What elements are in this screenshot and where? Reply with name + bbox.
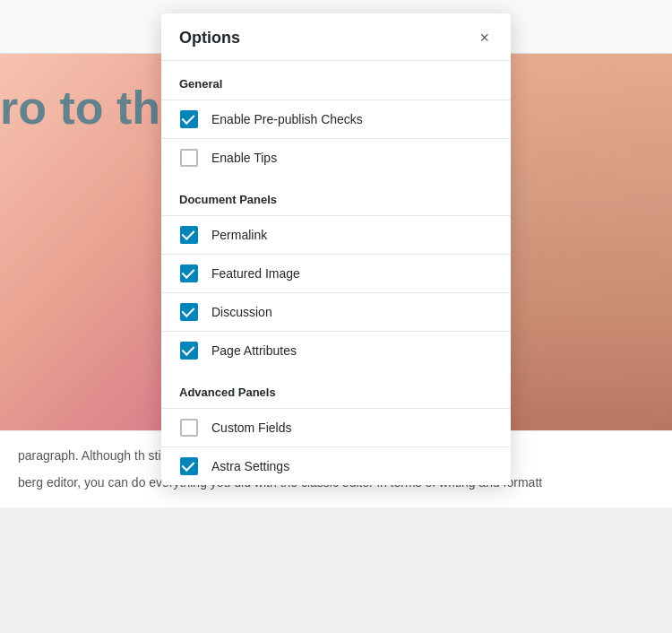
checkbox-discussion[interactable] — [180, 303, 198, 321]
checkbox-enable-tips[interactable] — [180, 149, 198, 167]
option-label-discussion[interactable]: Discussion — [211, 305, 272, 319]
option-row-enable-tips: Enable Tips — [161, 138, 511, 177]
checkbox-wrapper-enable-tips — [179, 148, 199, 168]
checkbox-astra-settings[interactable] — [180, 457, 198, 475]
section-title-advanced-panels: Advanced Panels — [161, 369, 511, 408]
checkbox-wrapper-page-attributes — [179, 341, 199, 360]
option-label-astra-settings[interactable]: Astra Settings — [211, 459, 289, 473]
checkbox-page-attributes[interactable] — [180, 342, 198, 360]
checkbox-enable-pre-publish[interactable] — [180, 110, 198, 128]
option-label-enable-tips[interactable]: Enable Tips — [211, 151, 277, 165]
option-label-page-attributes[interactable]: Page Attributes — [211, 343, 297, 358]
option-row-custom-fields: Custom Fields — [161, 408, 511, 447]
modal-header: Options × — [161, 13, 511, 61]
checkbox-wrapper-custom-fields — [179, 418, 199, 438]
option-label-permalink[interactable]: Permalink — [211, 228, 267, 242]
checkbox-wrapper-permalink — [179, 225, 199, 245]
modal-body: GeneralEnable Pre-publish ChecksEnable T… — [161, 61, 511, 485]
section-title-general: General — [161, 61, 511, 100]
option-label-enable-pre-publish[interactable]: Enable Pre-publish Checks — [211, 112, 363, 126]
modal-overlay: Options × GeneralEnable Pre-publish Chec… — [0, 0, 672, 633]
option-label-custom-fields[interactable]: Custom Fields — [211, 421, 291, 435]
checkbox-permalink[interactable] — [180, 226, 198, 244]
checkbox-custom-fields[interactable] — [180, 419, 198, 437]
checkbox-wrapper-astra-settings — [179, 456, 199, 476]
checkbox-featured-image[interactable] — [180, 264, 198, 282]
close-button[interactable]: × — [476, 28, 493, 48]
option-row-discussion: Discussion — [161, 292, 511, 331]
options-modal: Options × GeneralEnable Pre-publish Chec… — [161, 13, 511, 485]
option-label-featured-image[interactable]: Featured Image — [211, 266, 300, 281]
checkbox-wrapper-featured-image — [179, 264, 199, 283]
option-row-permalink: Permalink — [161, 215, 511, 254]
modal-title: Options — [179, 29, 240, 48]
option-row-enable-pre-publish: Enable Pre-publish Checks — [161, 100, 511, 138]
checkbox-wrapper-discussion — [179, 302, 199, 322]
option-row-featured-image: Featured Image — [161, 254, 511, 292]
section-title-document-panels: Document Panels — [161, 177, 511, 215]
checkbox-wrapper-enable-pre-publish — [179, 109, 199, 129]
option-row-astra-settings: Astra Settings — [161, 447, 511, 485]
option-row-page-attributes: Page Attributes — [161, 331, 511, 369]
